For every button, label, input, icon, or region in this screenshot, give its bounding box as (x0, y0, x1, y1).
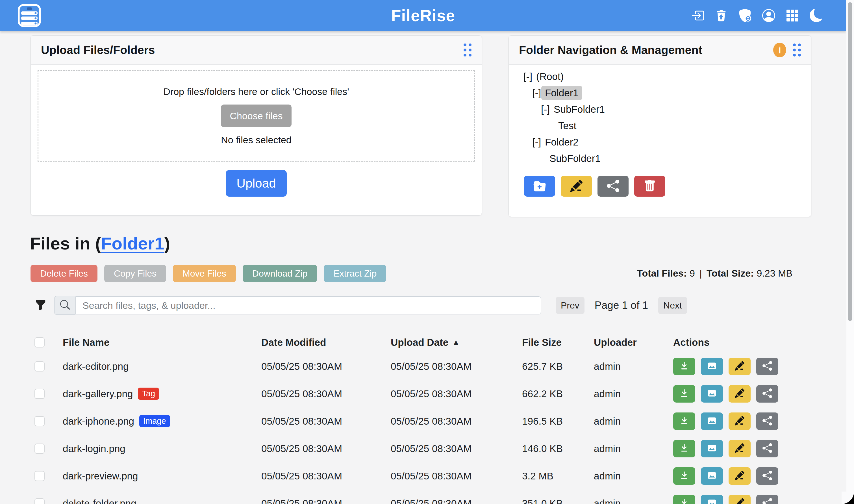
total-files-value: 9 (690, 268, 695, 278)
download-button[interactable] (673, 440, 695, 457)
row-checkbox[interactable] (34, 416, 44, 426)
row-checkbox[interactable] (34, 498, 44, 504)
info-icon[interactable] (773, 43, 786, 57)
file-size-cell: 196.5 KB (522, 416, 594, 427)
share-button[interactable] (756, 467, 778, 485)
file-name[interactable]: dark-preview.png (63, 470, 138, 482)
next-page-button[interactable]: Next (658, 297, 687, 314)
share-button[interactable] (756, 412, 778, 430)
grid-view-button[interactable] (786, 9, 799, 22)
table-header-row: File NameDate ModifiedUpload Date▲File S… (31, 332, 814, 353)
extract-zip-button[interactable]: Extract Zip (324, 265, 386, 282)
tree-toggle[interactable]: [-] (524, 71, 532, 82)
preview-button[interactable] (701, 358, 723, 375)
file-name[interactable]: dark-login.png (63, 443, 125, 454)
tree-toggle[interactable]: [-] (532, 87, 541, 98)
dark-mode-button[interactable] (810, 9, 823, 22)
rename-folder-button[interactable] (561, 176, 592, 197)
upload-card: Upload Files/Folders Drop files/folders … (31, 35, 482, 216)
totals-summary: Total Files:9|Total Size:9.23 MB (637, 268, 793, 279)
preview-button[interactable] (701, 385, 723, 402)
download-button[interactable] (673, 358, 695, 375)
download-button[interactable] (673, 385, 695, 402)
edit-button[interactable] (729, 440, 751, 457)
row-checkbox[interactable] (34, 389, 44, 399)
tree-toggle[interactable]: [-] (541, 104, 550, 115)
drag-handle-icon[interactable] (793, 43, 801, 56)
row-checkbox[interactable] (34, 361, 44, 372)
file-size-cell: 662.2 KB (522, 388, 594, 399)
column-header-label[interactable]: Actions (673, 337, 709, 348)
file-name-cell: dark-gallery.pngTag (63, 388, 261, 400)
edit-button[interactable] (729, 358, 751, 375)
upload-button[interactable]: Upload (226, 170, 287, 197)
download-button[interactable] (673, 467, 695, 485)
copy-files-button[interactable]: Copy Files (104, 265, 166, 282)
app-header: FileRise (0, 0, 847, 31)
share-button[interactable] (756, 495, 778, 504)
tree-item-subfolder1[interactable]: SubFolder1 (549, 153, 601, 164)
file-badge-tag: Tag (138, 388, 159, 400)
file-name[interactable]: dark-iphone.png (63, 416, 134, 427)
choose-files-button[interactable]: Choose files (221, 105, 292, 127)
download-button[interactable] (673, 495, 695, 504)
column-header-file-size: File Size (522, 337, 594, 348)
edit-button[interactable] (729, 412, 751, 430)
current-folder-link[interactable]: Folder1 (101, 234, 164, 253)
scrollbar-thumb[interactable] (848, 2, 852, 321)
row-checkbox[interactable] (34, 444, 44, 454)
prev-page-button[interactable]: Prev (556, 297, 584, 314)
preview-button[interactable] (701, 412, 723, 430)
file-name[interactable]: dark-gallery.png (63, 388, 133, 399)
file-name[interactable]: delete-folder.png (63, 498, 137, 504)
column-header-label[interactable]: Upload Date (391, 337, 448, 348)
share-folder-button[interactable] (598, 176, 629, 197)
preview-button[interactable] (701, 440, 723, 457)
tree-item-folder1[interactable]: Folder1 (541, 86, 582, 100)
download-button[interactable] (673, 412, 695, 430)
column-header-upload-date: Upload Date▲ (391, 337, 522, 348)
row-checkbox[interactable] (34, 471, 44, 481)
column-header-label[interactable]: Uploader (594, 337, 637, 348)
grid-view-icon (786, 9, 799, 22)
delete-files-button[interactable]: Delete Files (31, 265, 97, 282)
download-zip-button[interactable]: Download Zip (243, 265, 317, 282)
filter-toggle-button[interactable] (34, 299, 47, 312)
table-row: dark-login.png05/05/25 08:30AM05/05/25 0… (31, 435, 814, 462)
search-input[interactable] (75, 296, 541, 314)
user-profile-button[interactable] (762, 9, 775, 22)
admin-panel-button[interactable] (739, 9, 751, 22)
row-select-cell (31, 471, 63, 481)
column-header-label[interactable]: File Name (63, 337, 109, 348)
edit-button[interactable] (729, 385, 751, 402)
column-header-label[interactable]: Date Modified (261, 337, 326, 348)
dark-mode-moon-icon (810, 9, 823, 22)
tree-toggle[interactable]: [-] (532, 137, 541, 148)
restore-trash-button[interactable] (715, 9, 728, 22)
files-heading-prefix: Files in ( (30, 234, 101, 253)
create-folder-button[interactable] (524, 176, 555, 197)
share-button[interactable] (756, 385, 778, 402)
tree-item-test[interactable]: Test (558, 120, 576, 131)
column-header-label[interactable]: File Size (522, 337, 562, 348)
tree-item-subfolder1[interactable]: SubFolder1 (554, 104, 605, 115)
upload-dropzone[interactable]: Drop files/folders here or click 'Choose… (38, 70, 475, 162)
edit-button[interactable] (729, 495, 751, 504)
logout-button[interactable] (691, 9, 704, 22)
share-button[interactable] (756, 358, 778, 375)
file-name-cell: dark-iphone.pngImage (63, 415, 261, 427)
tree-item-folder2[interactable]: Folder2 (545, 137, 579, 148)
edit-icon (735, 471, 744, 481)
date-modified-cell: 05/05/25 08:30AM (261, 361, 391, 372)
sidebar-menu-button[interactable] (18, 4, 41, 28)
edit-button[interactable] (729, 467, 751, 485)
share-button[interactable] (756, 440, 778, 457)
file-name[interactable]: dark-editor.png (63, 361, 129, 372)
tree-item-root[interactable]: (Root) (536, 71, 564, 82)
move-files-button[interactable]: Move Files (173, 265, 236, 282)
preview-button[interactable] (701, 467, 723, 485)
preview-button[interactable] (701, 495, 723, 504)
drag-handle-icon[interactable] (464, 43, 472, 56)
select-all-checkbox[interactable] (34, 337, 44, 347)
delete-folder-button[interactable] (634, 176, 665, 197)
